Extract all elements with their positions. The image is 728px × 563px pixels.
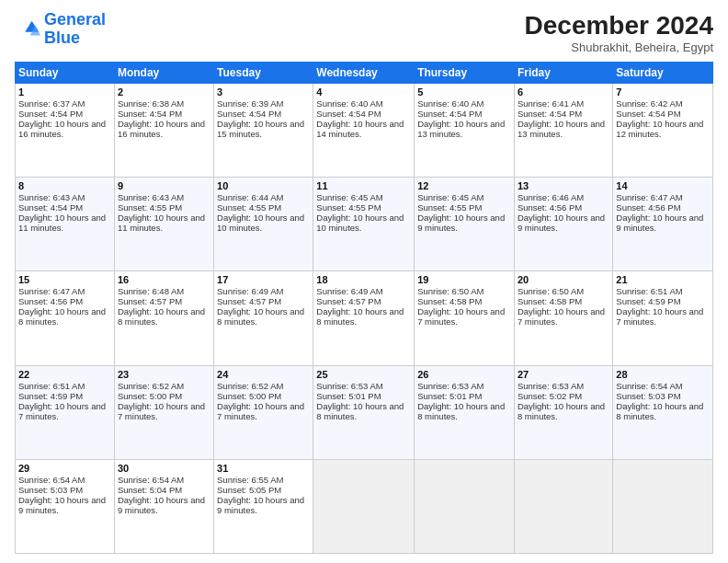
day-number: 10: [217, 180, 310, 191]
calendar-cell: 17Sunrise: 6:49 AMSunset: 4:57 PMDayligh…: [214, 271, 313, 365]
sunrise: Sunrise: 6:41 AM: [518, 98, 584, 109]
day-number: 27: [518, 369, 609, 380]
sunset: Sunset: 4:54 PM: [18, 202, 83, 213]
daylight: Daylight: 10 hours and 13 minutes.: [518, 119, 605, 139]
sunrise: Sunrise: 6:37 AM: [18, 98, 85, 109]
logo: General Blue: [15, 11, 106, 48]
sunrise: Sunrise: 6:49 AM: [217, 286, 283, 296]
sunset: Sunset: 5:02 PM: [518, 391, 582, 401]
calendar-cell: 29Sunrise: 6:54 AMSunset: 5:03 PMDayligh…: [16, 459, 115, 553]
daylight: Daylight: 10 hours and 9 minutes.: [18, 495, 106, 515]
sunset: Sunset: 4:57 PM: [217, 296, 281, 306]
calendar-cell: 11Sunrise: 6:45 AMSunset: 4:55 PMDayligh…: [313, 178, 415, 271]
daylight: Daylight: 10 hours and 12 minutes.: [616, 119, 703, 139]
day-number: 25: [316, 369, 411, 380]
sunrise: Sunrise: 6:39 AM: [217, 98, 283, 109]
sunrise: Sunrise: 6:43 AM: [18, 192, 85, 202]
day-number: 9: [118, 180, 210, 191]
calendar-cell: 30Sunrise: 6:54 AMSunset: 5:04 PMDayligh…: [114, 459, 213, 553]
calendar-cell: 22Sunrise: 6:51 AMSunset: 4:59 PMDayligh…: [16, 365, 115, 459]
sunset: Sunset: 4:59 PM: [616, 296, 680, 306]
daylight: Daylight: 10 hours and 7 minutes.: [417, 306, 505, 327]
daylight: Daylight: 10 hours and 8 minutes.: [217, 306, 304, 327]
day-number: 26: [417, 369, 511, 380]
daylight: Daylight: 10 hours and 10 minutes.: [217, 213, 304, 233]
day-number: 2: [118, 86, 210, 98]
daylight: Daylight: 10 hours and 14 minutes.: [316, 119, 404, 139]
page: General Blue December 2024 Shubrakhit, B…: [0, 0, 728, 563]
calendar-row: 1Sunrise: 6:37 AMSunset: 4:54 PMDaylight…: [16, 84, 713, 178]
sunrise: Sunrise: 6:52 AM: [217, 381, 283, 391]
sunset: Sunset: 5:05 PM: [217, 485, 281, 495]
calendar-cell: 4Sunrise: 6:40 AMSunset: 4:54 PMDaylight…: [313, 84, 415, 178]
calendar-cell: 7Sunrise: 6:42 AMSunset: 4:54 PMDaylight…: [613, 84, 713, 178]
day-number: 18: [316, 274, 411, 285]
daylight: Daylight: 10 hours and 10 minutes.: [316, 213, 404, 233]
sunset: Sunset: 4:54 PM: [316, 109, 381, 119]
day-number: 22: [18, 369, 111, 380]
month-title: December 2024: [525, 11, 713, 40]
sunset: Sunset: 4:55 PM: [118, 202, 182, 213]
daylight: Daylight: 10 hours and 8 minutes.: [118, 306, 205, 327]
sunrise: Sunrise: 6:55 AM: [217, 475, 283, 485]
daylight: Daylight: 10 hours and 7 minutes.: [217, 401, 304, 421]
calendar-cell: 1Sunrise: 6:37 AMSunset: 4:54 PMDaylight…: [16, 84, 115, 178]
calendar-row: 15Sunrise: 6:47 AMSunset: 4:56 PMDayligh…: [16, 271, 713, 365]
day-number: 30: [118, 463, 210, 474]
sunset: Sunset: 5:01 PM: [316, 391, 381, 401]
sunset: Sunset: 4:54 PM: [518, 109, 582, 119]
sunrise: Sunrise: 6:53 AM: [316, 381, 382, 391]
location: Shubrakhit, Beheira, Egypt: [525, 40, 713, 54]
day-number: 8: [18, 180, 111, 191]
calendar-cell: [613, 459, 713, 553]
sunset: Sunset: 4:55 PM: [217, 202, 281, 213]
sunrise: Sunrise: 6:40 AM: [316, 98, 382, 109]
sunrise: Sunrise: 6:47 AM: [616, 192, 682, 202]
sunset: Sunset: 4:54 PM: [118, 109, 182, 119]
calendar-cell: 12Sunrise: 6:45 AMSunset: 4:55 PMDayligh…: [415, 178, 515, 271]
sunrise: Sunrise: 6:49 AM: [316, 286, 382, 296]
sunset: Sunset: 4:55 PM: [417, 202, 482, 213]
day-number: 17: [217, 274, 310, 285]
day-number: 29: [18, 463, 111, 474]
sunset: Sunset: 4:56 PM: [18, 296, 83, 306]
sunrise: Sunrise: 6:42 AM: [616, 98, 682, 109]
day-number: 12: [417, 180, 511, 191]
calendar-cell: 19Sunrise: 6:50 AMSunset: 4:58 PMDayligh…: [415, 271, 515, 365]
daylight: Daylight: 10 hours and 7 minutes.: [118, 401, 205, 421]
day-number: 1: [18, 86, 111, 98]
daylight: Daylight: 10 hours and 15 minutes.: [217, 119, 304, 139]
sunrise: Sunrise: 6:54 AM: [616, 381, 682, 391]
calendar-cell: 31Sunrise: 6:55 AMSunset: 5:05 PMDayligh…: [214, 459, 313, 553]
calendar-cell: 3Sunrise: 6:39 AMSunset: 4:54 PMDaylight…: [214, 84, 313, 178]
daylight: Daylight: 10 hours and 16 minutes.: [118, 119, 205, 139]
col-wednesday: Wednesday: [313, 63, 415, 84]
daylight: Daylight: 10 hours and 11 minutes.: [18, 213, 106, 233]
sunset: Sunset: 4:58 PM: [417, 296, 482, 306]
calendar-cell: 25Sunrise: 6:53 AMSunset: 5:01 PMDayligh…: [313, 365, 415, 459]
sunset: Sunset: 4:54 PM: [217, 109, 281, 119]
daylight: Daylight: 10 hours and 8 minutes.: [518, 401, 605, 421]
calendar-cell: 6Sunrise: 6:41 AMSunset: 4:54 PMDaylight…: [514, 84, 612, 178]
daylight: Daylight: 10 hours and 9 minutes.: [616, 213, 703, 233]
day-number: 23: [118, 369, 210, 380]
daylight: Daylight: 10 hours and 13 minutes.: [417, 119, 505, 139]
sunset: Sunset: 4:57 PM: [316, 296, 381, 306]
calendar-cell: 10Sunrise: 6:44 AMSunset: 4:55 PMDayligh…: [214, 178, 313, 271]
daylight: Daylight: 10 hours and 7 minutes.: [18, 401, 106, 421]
sunset: Sunset: 4:57 PM: [118, 296, 182, 306]
col-tuesday: Tuesday: [214, 63, 313, 84]
day-number: 4: [316, 86, 411, 98]
calendar-cell: 16Sunrise: 6:48 AMSunset: 4:57 PMDayligh…: [114, 271, 213, 365]
sunrise: Sunrise: 6:52 AM: [118, 381, 184, 391]
calendar-cell: 23Sunrise: 6:52 AMSunset: 5:00 PMDayligh…: [114, 365, 213, 459]
calendar-row: 29Sunrise: 6:54 AMSunset: 5:03 PMDayligh…: [16, 459, 713, 553]
day-number: 11: [316, 180, 411, 191]
day-number: 5: [417, 86, 511, 98]
daylight: Daylight: 10 hours and 16 minutes.: [18, 119, 106, 139]
calendar-cell: 9Sunrise: 6:43 AMSunset: 4:55 PMDaylight…: [114, 178, 213, 271]
sunrise: Sunrise: 6:40 AM: [417, 98, 483, 109]
col-monday: Monday: [114, 63, 213, 84]
daylight: Daylight: 10 hours and 9 minutes.: [217, 495, 304, 515]
calendar-cell: 14Sunrise: 6:47 AMSunset: 4:56 PMDayligh…: [613, 178, 713, 271]
